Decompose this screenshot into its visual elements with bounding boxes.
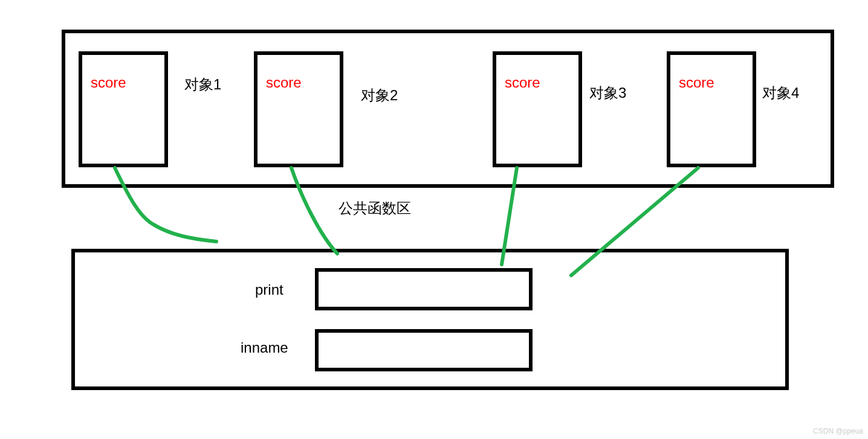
function-box-inname xyxy=(315,329,533,371)
object-label-2: 对象2 xyxy=(361,86,398,105)
watermark-text: CSDN @ppeua xyxy=(813,427,863,435)
function-label-print: print xyxy=(255,281,283,298)
object-field-3: score xyxy=(505,74,540,91)
object-field-1: score xyxy=(91,74,126,91)
object-label-3: 对象3 xyxy=(589,83,626,103)
shared-function-section-label: 公共函数区 xyxy=(338,199,411,218)
object-box-2: score xyxy=(254,51,343,167)
function-label-inname: inname xyxy=(241,339,288,356)
object-box-3: score xyxy=(493,51,582,167)
object-field-2: score xyxy=(266,74,302,91)
object-label-4: 对象4 xyxy=(762,83,799,103)
object-box-4: score xyxy=(667,51,756,167)
diagram-container: score 对象1 score 对象2 score 对象3 score 对象4 … xyxy=(0,0,868,439)
object-field-4: score xyxy=(679,74,714,91)
function-box-print xyxy=(315,268,533,310)
object-label-1: 对象1 xyxy=(184,75,221,94)
object-box-1: score xyxy=(79,51,168,167)
